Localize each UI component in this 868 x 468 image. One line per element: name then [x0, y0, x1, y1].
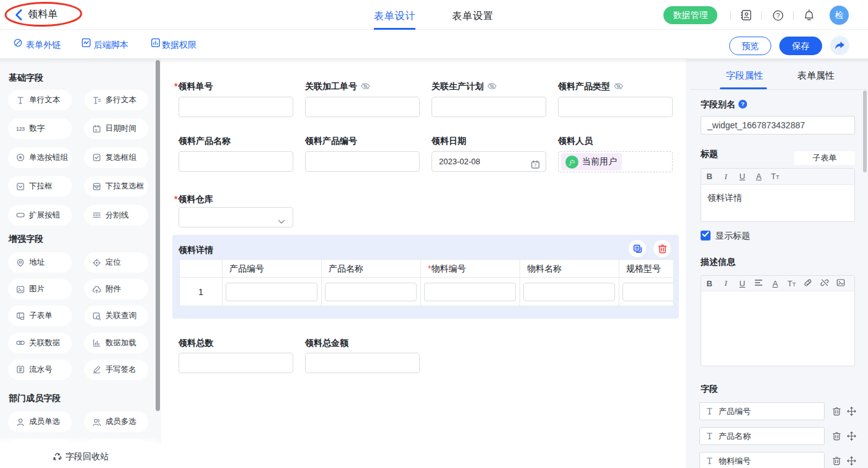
svg-text:户: 户: [569, 159, 575, 166]
svg-text:7: 7: [534, 163, 537, 167]
svg-text:?: ?: [776, 12, 780, 19]
svg-text:123: 123: [16, 126, 25, 132]
svg-text:?: ?: [741, 100, 745, 107]
